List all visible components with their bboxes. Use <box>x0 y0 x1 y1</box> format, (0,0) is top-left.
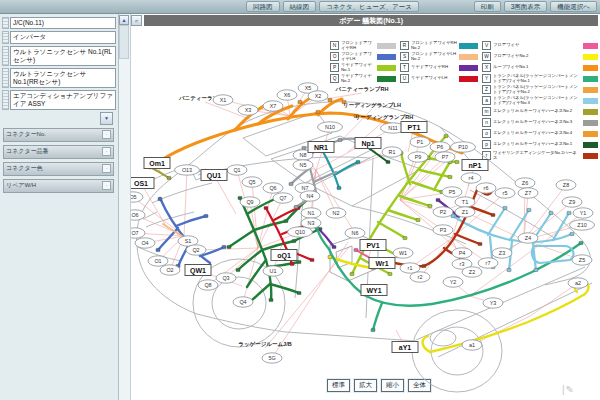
connector-label-text: Z7 <box>525 190 531 196</box>
item-grip-icon <box>2 31 9 43</box>
sidebar-item[interactable]: ウルトラソニックセンサ No.1(RLセンサ) <box>2 46 116 66</box>
connector-label-text: a1 <box>469 342 475 348</box>
leader-line <box>184 170 187 236</box>
connector-dot <box>156 248 160 251</box>
connector-dot <box>227 245 231 248</box>
connector-dot <box>570 232 574 235</box>
connector-label-text: Q1 <box>233 167 240 173</box>
harness-Z <box>488 208 505 235</box>
connector-dot <box>297 260 301 263</box>
connector-label-text: Z1 <box>462 209 468 215</box>
sidebar-button-state-icon: · <box>102 181 111 190</box>
connector-label-text: P7 <box>442 154 449 160</box>
connector-color-button[interactable]: コネクター色· <box>3 162 114 176</box>
connector-dot <box>294 205 298 208</box>
connector-dot <box>448 175 452 178</box>
connector-label-text: Z4 <box>525 235 531 241</box>
connector-label-text: X7 <box>270 103 277 109</box>
sidebar-button-state-icon: · <box>102 164 111 173</box>
connector-no-button[interactable]: コネクターNo.· <box>3 128 114 142</box>
connector-label-text: O13 <box>182 167 192 173</box>
function-select-button[interactable]: 機能選択へ <box>550 1 597 12</box>
sidebar-item-label: エアコンディショナアンプリファイア ASSY <box>10 90 116 110</box>
connector-dot <box>507 268 511 271</box>
connector-label-text: N11 <box>388 125 398 131</box>
connector-label-text: P5 <box>449 189 456 195</box>
connector-dot <box>204 214 208 217</box>
connector-dot <box>579 241 583 244</box>
scrollbar-track[interactable] <box>119 25 129 59</box>
list-scroll-down-button[interactable]: ▼ <box>100 112 113 125</box>
sidebar-item[interactable]: インバータ <box>2 31 116 43</box>
connector-dot <box>269 298 273 301</box>
connector-label-text: N7 <box>302 185 309 191</box>
harness-P <box>378 222 405 238</box>
sidebar-item[interactable]: エアコンディショナアンプリファイア ASSY <box>2 90 116 110</box>
sidebar-button-label: コネクター色 <box>6 164 43 173</box>
connector-label-text: r4 <box>469 175 474 181</box>
sidebar-item[interactable]: J/C(No.11) <box>2 17 116 29</box>
diagram-annotation: バニティーランプRH <box>335 85 389 93</box>
harness-Q <box>270 284 299 293</box>
junction-label-text: Wr1 <box>375 260 388 267</box>
connector-dot <box>310 258 314 261</box>
circuit-diagram-button[interactable]: 回路図 <box>246 1 280 12</box>
junction-label-text: QU1 <box>207 172 222 180</box>
connector-label-text: Z9 <box>569 199 575 205</box>
connector-dot <box>316 110 320 113</box>
connector-label-text: Y3 <box>490 300 497 306</box>
connector-dot <box>222 245 226 248</box>
connector-label-text: O7 <box>131 230 138 236</box>
scrollbar-up-icon[interactable]: ▲ <box>119 15 129 25</box>
connector-label-text: O2 <box>166 267 173 273</box>
connector-label-text: Q10 <box>295 229 305 235</box>
connector-label-text: U1 <box>270 268 277 274</box>
connector-label-text: r1 <box>408 265 413 271</box>
connector-label-text: N10 <box>325 124 335 130</box>
connector-dot <box>167 176 171 179</box>
connector-label-text: X2 <box>315 93 322 99</box>
connector-label-text: r3 <box>460 261 465 267</box>
connector-label-text: r6 <box>484 185 489 191</box>
connector-label-text: r5 <box>503 190 508 196</box>
sidebar-button-state-icon: · <box>102 147 111 156</box>
connector-dot <box>371 328 375 331</box>
connector-label-text: X5 <box>305 85 312 91</box>
connector-label-text: R1 <box>389 149 396 155</box>
item-grip-icon <box>2 17 9 29</box>
connector-dot <box>290 262 294 265</box>
connector-dot <box>284 219 288 222</box>
connector-fuse-earth-button[interactable]: コネクタ、ヒューズ、アース <box>319 1 419 12</box>
connector-dot <box>436 198 440 201</box>
connector-label-text: Y1 <box>580 210 587 216</box>
connector-dot <box>388 272 392 275</box>
connector-label-text: Q8 <box>204 282 211 288</box>
three-screen-view-button[interactable]: 3画面表示 <box>504 1 548 12</box>
harness-W <box>423 336 430 352</box>
connector-dot <box>297 291 301 294</box>
connector-part-number-button[interactable]: コネクター品番· <box>3 145 114 159</box>
connector-dot <box>289 182 293 185</box>
connector-label-text: T1 <box>462 199 468 205</box>
connector-label-text: Y2 <box>450 279 457 285</box>
wiring-diagram-button[interactable]: 結線図 <box>283 1 317 12</box>
connector-label-text: P2 <box>440 209 447 215</box>
connector-label-text: O4 <box>141 240 148 246</box>
sidebar-button-label: コネクターNo. <box>6 130 46 139</box>
connector-dot <box>428 204 432 207</box>
connector-label-text: X6 <box>284 92 291 98</box>
print-button[interactable]: 印刷 <box>474 1 501 12</box>
connector-label-text: X1 <box>220 97 227 103</box>
connector-label-text: r2 <box>418 274 423 280</box>
connector-dot <box>338 138 342 141</box>
sidebar-button-label: リペアW/H <box>6 181 36 190</box>
harness-Q <box>229 230 254 247</box>
sidebar-item[interactable]: ウルトラソニックセンサ No.1(RRセンサ) <box>2 68 116 88</box>
connector-label-text: Z3 <box>499 250 505 256</box>
repair-wh-button[interactable]: リペアW/H· <box>3 179 114 193</box>
connector-label-text: S1 <box>185 238 192 244</box>
connector-dot <box>236 268 240 271</box>
connector-label-text: Q5 <box>248 179 255 185</box>
junction-label-text: Np1 <box>361 140 374 148</box>
leader-line <box>400 200 462 253</box>
